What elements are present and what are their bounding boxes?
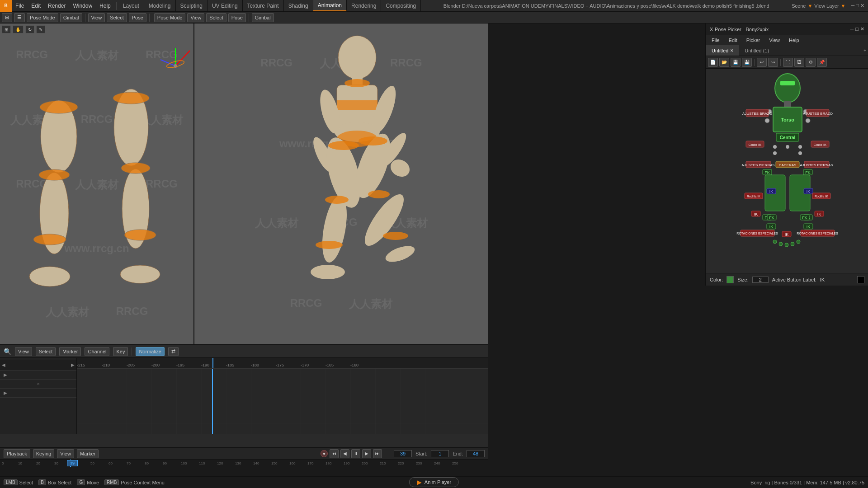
- select-btn-right[interactable]: Select: [206, 13, 226, 22]
- xp-fullscreen-btn[interactable]: ⛶: [783, 58, 793, 67]
- current-frame-display[interactable]: 39: [394, 450, 412, 457]
- xpose-min-btn[interactable]: ─: [850, 26, 854, 32]
- tab-compositing[interactable]: Compositing: [381, 0, 421, 11]
- marker-menu-playback[interactable]: Marker: [77, 449, 99, 458]
- channel-row-1[interactable]: ▶: [0, 371, 76, 380]
- playback-menu-btn[interactable]: Playback: [4, 449, 30, 458]
- play-btn[interactable]: ⏸: [351, 449, 360, 458]
- xpose-picker-menu[interactable]: Picker: [745, 35, 762, 45]
- marker-menu-tl[interactable]: Marker: [59, 347, 81, 356]
- pose-btn-right[interactable]: Pose: [228, 13, 246, 22]
- view-btn-right[interactable]: View: [187, 13, 204, 22]
- channel-arrow-1[interactable]: ▶: [4, 372, 7, 377]
- xpose-window-controls[interactable]: ─ □ ✕: [850, 26, 864, 32]
- hand-btn[interactable]: ✋: [13, 25, 24, 33]
- anim-player-pill[interactable]: ▶ Anim Player: [409, 477, 459, 487]
- prev-frame-btn[interactable]: ◀: [340, 449, 349, 458]
- xpose-content-area[interactable]: Torso AJUSTES BRAZO AJUSTES BRAZO Codo I…: [706, 69, 868, 273]
- ruler-arrow-right[interactable]: ▶: [71, 362, 75, 367]
- menu-help[interactable]: Help: [96, 0, 114, 11]
- xp-saveas-btn[interactable]: 💾: [742, 58, 752, 67]
- xp-image-btn[interactable]: 🖼: [794, 58, 804, 67]
- tab-rendering[interactable]: Rendering: [347, 0, 381, 11]
- color-swatch[interactable]: [726, 276, 734, 283]
- xp-redo-btn[interactable]: ↪: [768, 58, 778, 67]
- svg-rect-44: [780, 81, 795, 85]
- menu-edit[interactable]: Edit: [28, 0, 44, 11]
- viewport-left[interactable]: RRCG人人素材RRCG 人人素材RRCG人人素材 RRCG人人素材RRCG w…: [0, 23, 194, 344]
- xpose-max-btn[interactable]: □: [855, 26, 859, 32]
- end-frame[interactable]: 48: [467, 450, 485, 457]
- tab-sculpting[interactable]: Sculpting: [176, 0, 208, 11]
- local-view-btn[interactable]: ☰: [14, 13, 25, 22]
- graph-area[interactable]: -215 -210 -205 -200 -195 -190 -185 -180 …: [77, 358, 488, 434]
- xpose-view-menu[interactable]: View: [767, 35, 782, 45]
- tab-animation[interactable]: Animation: [313, 0, 347, 11]
- xp-new-btn[interactable]: 📄: [708, 58, 718, 67]
- menu-window[interactable]: Window: [69, 0, 96, 11]
- black-swatch[interactable]: [857, 276, 864, 283]
- normalize-btn[interactable]: Normalize: [136, 347, 165, 356]
- view-menu-playback[interactable]: View: [57, 449, 74, 458]
- xp-open-btn[interactable]: 📂: [719, 58, 729, 67]
- pose-menu-btn[interactable]: Pose: [129, 13, 146, 22]
- grid-btn[interactable]: ⊞: [2, 25, 11, 33]
- xpose-tab-close[interactable]: ✕: [730, 48, 734, 53]
- start-frame[interactable]: 1: [431, 450, 449, 457]
- tab-texture-paint[interactable]: Texture Paint: [243, 0, 284, 11]
- xpose-tab-add[interactable]: +: [863, 48, 868, 53]
- ruler-arrow-left[interactable]: ◀: [2, 362, 5, 367]
- channel-menu-tl[interactable]: Channel: [85, 347, 109, 356]
- xpose-file-menu[interactable]: File: [710, 35, 722, 45]
- xpose-titlebar: X-Pose Picker - Bony2xpix ─ □ ✕: [706, 23, 868, 35]
- pose-mode-btn[interactable]: Pose Mode: [27, 13, 58, 22]
- view-layer-icon[interactable]: ▼: [841, 3, 846, 9]
- blender-logo[interactable]: B: [0, 0, 12, 12]
- gimbal-btn-right[interactable]: Gimbal: [252, 13, 274, 22]
- next-frame-btn[interactable]: ▶: [362, 449, 371, 458]
- tab-modeling[interactable]: Modeling: [144, 0, 176, 11]
- jump-end-btn[interactable]: ⏭: [373, 449, 382, 458]
- size-input[interactable]: [752, 277, 769, 283]
- search-icon[interactable]: 🔍: [4, 348, 11, 355]
- frame-marker-box[interactable]: 39: [67, 460, 78, 466]
- frame-scrubber[interactable]: 0 10 20 30 39 50 60 70 80 90 100 110 120…: [0, 460, 488, 467]
- xpose-edit-menu[interactable]: Edit: [727, 35, 739, 45]
- menu-render[interactable]: Render: [44, 0, 69, 11]
- channel-row-2[interactable]: ○: [0, 380, 76, 389]
- tab-uv-editing[interactable]: UV Editing: [208, 0, 243, 11]
- jump-start-btn[interactable]: ⏮: [330, 449, 339, 458]
- keying-menu-btn[interactable]: Keying: [33, 449, 55, 458]
- xpose-tab-untitled1[interactable]: Untitled (1): [739, 45, 774, 56]
- xpose-tab-untitled[interactable]: Untitled ✕: [706, 45, 739, 56]
- viewport-right[interactable]: RRCG人人素材RRCG www.rrcg.cnRRCG 人人素材RRCG人人素…: [194, 23, 488, 344]
- loop-btn[interactable]: ↻: [25, 25, 34, 33]
- xp-pin-btn[interactable]: 📌: [817, 58, 827, 67]
- key-menu-tl[interactable]: Key: [113, 347, 128, 356]
- view-menu-tl[interactable]: View: [15, 347, 32, 356]
- tab-layout[interactable]: Layout: [118, 0, 144, 11]
- xp-settings-btn[interactable]: ⚙: [806, 58, 816, 67]
- channel-row-3[interactable]: ▶: [0, 389, 76, 398]
- editor-type-btn[interactable]: ⊞: [2, 13, 12, 22]
- view-menu-btn[interactable]: View: [88, 13, 105, 22]
- xp-undo-btn[interactable]: ↩: [757, 58, 767, 67]
- gimbal-btn[interactable]: Gimbal: [60, 13, 82, 22]
- brush-btn[interactable]: ✎: [36, 25, 45, 33]
- record-btn[interactable]: ●: [321, 450, 328, 457]
- pose-mode-btn-right[interactable]: Pose Mode: [154, 13, 186, 22]
- select-menu-btn[interactable]: Select: [107, 13, 127, 22]
- window-controls[interactable]: ─ □ ✕: [851, 3, 864, 9]
- xp-save-btn[interactable]: 💾: [731, 58, 741, 67]
- timeline-menu[interactable]: 🔍: [4, 348, 11, 355]
- viewport-left-icons[interactable]: ⊞ ✋ ↻ ✎: [2, 25, 45, 33]
- channel-arrow-3[interactable]: ▶: [4, 390, 7, 395]
- normalize-toggle[interactable]: ⇄: [168, 347, 179, 356]
- scene-icon[interactable]: ▼: [807, 3, 812, 9]
- graph-content[interactable]: [77, 369, 488, 434]
- xpose-help-menu[interactable]: Help: [787, 35, 801, 45]
- xpose-close-btn[interactable]: ✕: [860, 26, 864, 32]
- select-menu-tl[interactable]: Select: [36, 347, 56, 356]
- tab-shading[interactable]: Shading: [284, 0, 313, 11]
- menu-file[interactable]: File: [12, 0, 28, 11]
